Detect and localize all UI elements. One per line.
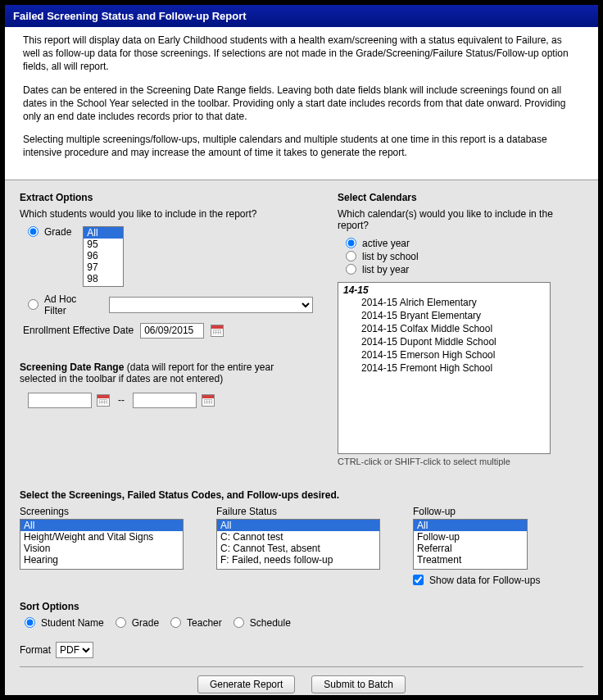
sort-grade-label: Grade bbox=[132, 617, 159, 629]
enrollment-date-input[interactable] bbox=[140, 323, 204, 339]
submit-to-batch-button[interactable]: Submit to Batch bbox=[311, 675, 406, 693]
calendar-icon[interactable] bbox=[97, 394, 110, 407]
intro-text: This report will display data on Early C… bbox=[5, 27, 598, 180]
select-calendars-heading: Select Calendars bbox=[338, 192, 583, 203]
followup-option[interactable]: All bbox=[414, 520, 527, 531]
screening-date-range-label: Screening Date Range (data will report f… bbox=[20, 361, 313, 384]
grade-listbox[interactable]: All 95 96 97 98 bbox=[83, 226, 124, 287]
calendar-icon[interactable] bbox=[202, 394, 215, 407]
sort-grade-radio[interactable]: Grade bbox=[116, 617, 159, 629]
date-start-input[interactable] bbox=[28, 393, 92, 408]
calendar-school-option[interactable]: 2014-15 Emerson High School bbox=[343, 348, 545, 361]
screenings-option[interactable]: All bbox=[20, 520, 183, 531]
adhoc-radio-input[interactable] bbox=[28, 299, 39, 310]
show-data-followups-checkbox[interactable] bbox=[413, 575, 424, 585]
grade-option[interactable]: 98 bbox=[84, 273, 123, 284]
grade-option[interactable]: 95 bbox=[84, 239, 123, 250]
sort-student-radio[interactable]: Student Name bbox=[25, 617, 104, 629]
screenings-listbox[interactable]: All Height/Weight and Vital Signs Vision… bbox=[20, 519, 184, 570]
calendar-year-group[interactable]: 14-15 bbox=[343, 284, 545, 296]
enrollment-date-label: Enrollment Effective Date bbox=[23, 325, 134, 336]
sort-student-label: Student Name bbox=[41, 617, 104, 629]
show-data-followups-label: Show data for Follow-ups bbox=[429, 575, 540, 586]
date-end-input[interactable] bbox=[133, 393, 197, 408]
calendar-active-year-label: active year bbox=[362, 238, 410, 249]
grade-option[interactable]: All bbox=[84, 227, 123, 239]
screenings-option[interactable]: Height/Weight and Vital Signs bbox=[20, 531, 183, 543]
divider bbox=[20, 666, 583, 667]
page-title: Failed Screening Status and Follow-up Re… bbox=[5, 5, 598, 27]
sort-teacher-input[interactable] bbox=[170, 617, 181, 628]
intro-paragraph: This report will display data on Early C… bbox=[23, 34, 580, 74]
followup-option[interactable]: Treatment bbox=[414, 554, 527, 566]
sort-student-input[interactable] bbox=[25, 617, 35, 628]
extract-question: Which students would you like to include… bbox=[20, 208, 313, 220]
grade-option[interactable]: 96 bbox=[84, 250, 123, 261]
sort-grade-input[interactable] bbox=[116, 617, 126, 628]
adhoc-filter-select[interactable] bbox=[109, 297, 313, 313]
sort-teacher-label: Teacher bbox=[187, 617, 222, 629]
intro-paragraph: Selecting multiple screenings/follow-ups… bbox=[23, 133, 580, 159]
format-label: Format bbox=[20, 644, 51, 656]
grade-radio-label: Grade bbox=[44, 226, 71, 238]
screenings-option[interactable]: Hearing bbox=[20, 554, 183, 566]
followup-option[interactable]: Follow-up bbox=[414, 531, 527, 543]
calendars-question: Which calendar(s) would you like to incl… bbox=[338, 208, 583, 231]
sort-schedule-label: Schedule bbox=[250, 617, 291, 629]
calendar-school-option[interactable]: 2014-15 Bryant Elementary bbox=[343, 309, 545, 322]
calendar-list-year-input[interactable] bbox=[346, 264, 356, 275]
failure-status-listbox[interactable]: All C: Cannot test C: Cannot Test, absen… bbox=[216, 519, 380, 570]
calendar-school-option[interactable]: 2014-15 Colfax Middle School bbox=[343, 322, 545, 335]
sort-schedule-radio[interactable]: Schedule bbox=[233, 617, 291, 629]
followup-listbox[interactable]: All Follow-up Referral Treatment bbox=[413, 519, 528, 570]
calendar-school-option[interactable]: 2014-15 Alrich Elementary bbox=[343, 296, 545, 309]
calendar-list-school-label: list by school bbox=[362, 251, 419, 262]
calendar-list-year-radio[interactable]: list by year bbox=[346, 264, 583, 275]
adhoc-radio[interactable]: Ad Hoc Filter bbox=[28, 293, 97, 316]
calendar-listbox[interactable]: 14-15 2014-15 Alrich Elementary 2014-15 … bbox=[338, 282, 551, 454]
date-range-dash: -- bbox=[115, 394, 128, 406]
grade-radio-input[interactable] bbox=[28, 226, 39, 237]
sort-teacher-radio[interactable]: Teacher bbox=[170, 617, 222, 629]
generate-report-button[interactable]: Generate Report bbox=[197, 675, 295, 693]
calendar-school-option[interactable]: 2014-15 Dupont Middle School bbox=[343, 335, 545, 348]
calendar-list-year-label: list by year bbox=[362, 264, 409, 275]
screenings-heading: Select the Screenings, Failed Status Cod… bbox=[20, 489, 583, 501]
intro-paragraph: Dates can be entered in the Screening Da… bbox=[23, 84, 580, 124]
calendar-active-year-radio[interactable]: active year bbox=[346, 238, 583, 249]
grade-radio[interactable]: Grade bbox=[28, 226, 71, 238]
calendar-icon[interactable] bbox=[211, 325, 224, 337]
extract-options-heading: Extract Options bbox=[20, 192, 313, 203]
calendar-active-year-input[interactable] bbox=[346, 238, 356, 248]
screenings-option[interactable]: Vision bbox=[20, 543, 183, 554]
grade-option[interactable]: 97 bbox=[84, 261, 123, 273]
calendar-school-option[interactable]: 2014-15 Fremont High School bbox=[343, 361, 545, 375]
calendar-hint: CTRL-click or SHIFT-click to select mult… bbox=[338, 457, 583, 466]
followup-option[interactable]: Referral bbox=[414, 543, 527, 554]
sort-options-heading: Sort Options bbox=[20, 601, 583, 612]
calendar-list-school-input[interactable] bbox=[346, 251, 356, 261]
calendar-list-school-radio[interactable]: list by school bbox=[346, 251, 583, 262]
failure-status-option[interactable]: All bbox=[217, 520, 379, 531]
screenings-label: Screenings bbox=[20, 506, 184, 517]
screening-date-range-bold: Screening Date Range bbox=[20, 361, 124, 373]
failure-status-option[interactable]: F: Failed, needs follow-up bbox=[217, 554, 379, 566]
sort-schedule-input[interactable] bbox=[233, 617, 244, 628]
failure-status-label: Failure Status bbox=[216, 506, 380, 517]
failure-status-option[interactable]: C: Cannot Test, absent bbox=[217, 543, 379, 554]
followup-label: Follow-up bbox=[413, 506, 540, 517]
failure-status-option[interactable]: C: Cannot test bbox=[217, 531, 379, 543]
format-select[interactable]: PDF bbox=[56, 642, 93, 658]
adhoc-radio-label: Ad Hoc Filter bbox=[44, 293, 97, 316]
